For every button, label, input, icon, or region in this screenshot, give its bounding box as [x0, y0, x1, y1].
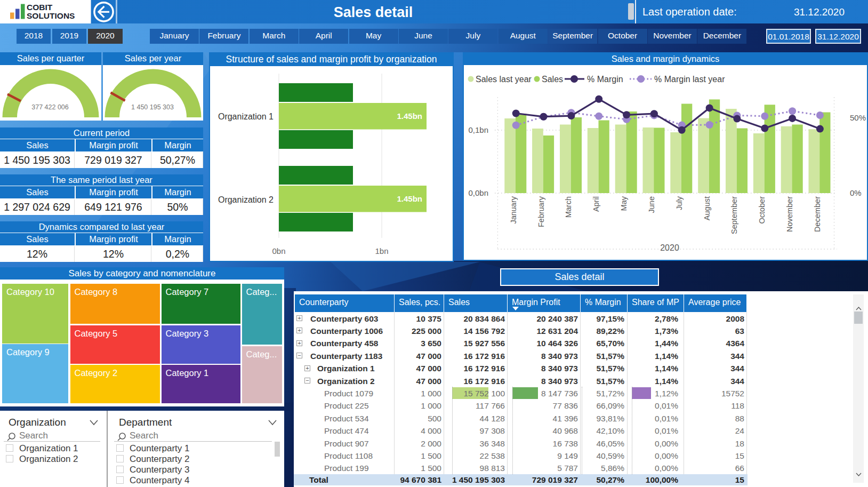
svg-text:Organization 1: Organization 1 — [218, 112, 274, 121]
svg-text:April: April — [592, 196, 600, 212]
svg-text:SOLUTIONS: SOLUTIONS — [27, 11, 75, 20]
svg-text:December: December — [813, 196, 822, 232]
svg-text:1 450 195 303: 1 450 195 303 — [131, 103, 174, 111]
svg-text:2020: 2020 — [660, 243, 679, 252]
svg-text:% Margin: % Margin — [587, 75, 623, 84]
svg-text:0,1bn: 0,1bn — [468, 125, 488, 134]
svg-text:August: August — [703, 196, 711, 220]
svg-text:October: October — [758, 196, 766, 224]
svg-text:50%: 50% — [850, 113, 866, 122]
svg-text:September: September — [730, 196, 738, 234]
svg-text:January: January — [509, 196, 518, 223]
svg-text:Organization 2: Organization 2 — [218, 195, 274, 204]
svg-text:1bn: 1bn — [375, 246, 388, 256]
svg-text:377 422 006: 377 422 006 — [31, 103, 69, 111]
svg-text:February: February — [537, 196, 545, 227]
svg-text:Sales last year: Sales last year — [476, 75, 532, 84]
svg-text:Sales: Sales — [542, 75, 563, 84]
svg-text:July: July — [675, 196, 684, 210]
svg-text:June: June — [647, 196, 656, 213]
svg-text:% Margin last year: % Margin last year — [654, 75, 725, 84]
svg-text:March: March — [564, 196, 573, 218]
svg-text:1.45bn: 1.45bn — [397, 111, 422, 121]
svg-text:COBIT: COBIT — [27, 3, 53, 12]
svg-text:November: November — [785, 196, 794, 232]
svg-text:0bn: 0bn — [272, 246, 285, 256]
svg-text:0%: 0% — [850, 188, 862, 197]
svg-text:1.45bn: 1.45bn — [397, 194, 422, 203]
svg-text:May: May — [620, 196, 628, 211]
svg-text:0,0bn: 0,0bn — [468, 188, 488, 197]
